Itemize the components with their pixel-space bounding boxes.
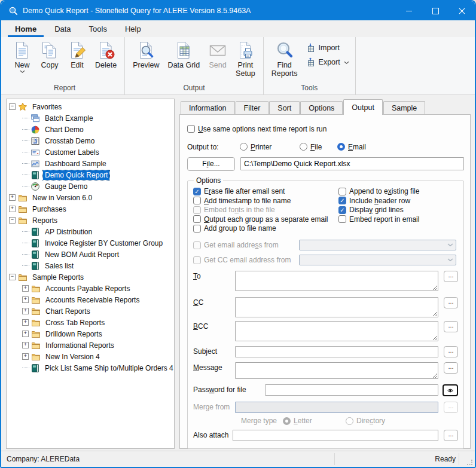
- tree-item-favorites[interactable]: −Favorites: [7, 101, 174, 112]
- radio-email[interactable]: Email: [337, 143, 366, 151]
- tree-item-sales-list[interactable]: Sales list: [7, 260, 174, 271]
- tree-item-crosstab-demo[interactable]: Crosstab Demo: [7, 135, 174, 146]
- new-button[interactable]: New: [8, 38, 36, 74]
- find-reports-button[interactable]: Find Reports: [267, 38, 302, 79]
- checkbox-display-grid-lines[interactable]: Display grid lines: [338, 206, 458, 215]
- to-input[interactable]: [235, 271, 438, 291]
- file-path-input[interactable]: [240, 157, 464, 170]
- checkbox-add-group-to-file-name[interactable]: Add group to file name: [193, 224, 338, 234]
- tree-item-accounts-payable-reports[interactable]: +Accounts Payable Reports: [7, 283, 174, 294]
- tree-item-reports[interactable]: −Reports: [7, 215, 174, 226]
- collapse-icon[interactable]: −: [9, 103, 16, 110]
- radio-printer[interactable]: Printer: [240, 143, 300, 151]
- expand-icon[interactable]: +: [22, 285, 29, 292]
- also-attach-input[interactable]: [233, 430, 438, 441]
- tree-item-new-in-version-6-0[interactable]: +New in Version 6.0: [7, 192, 174, 203]
- menu-tools[interactable]: Tools: [80, 22, 116, 37]
- expand-icon[interactable]: +: [22, 342, 29, 348]
- preview-button[interactable]: Preview: [129, 38, 163, 70]
- checkbox-get-email-address-from[interactable]: Get email address from: [193, 240, 279, 250]
- expand-icon[interactable]: +: [9, 206, 16, 212]
- merge-from-browse-button[interactable]: ...: [444, 402, 458, 413]
- delete-button[interactable]: Delete: [91, 38, 121, 70]
- menu-data[interactable]: Data: [45, 22, 80, 37]
- tree-item-purchases[interactable]: +Purchases: [7, 203, 174, 215]
- subject-input[interactable]: [235, 346, 438, 357]
- tab-options[interactable]: Options: [300, 101, 343, 114]
- subject-browse-button[interactable]: ...: [444, 346, 458, 357]
- import-button[interactable]: Import: [306, 43, 349, 53]
- collapse-icon[interactable]: −: [9, 217, 16, 224]
- chevron-down-icon: [447, 258, 453, 262]
- tab-output[interactable]: Output: [343, 99, 383, 115]
- checkbox-include-header-row[interactable]: Include header row: [338, 196, 458, 206]
- tree-item-sample-reports[interactable]: −Sample Reports: [7, 271, 174, 283]
- resize-grip-icon[interactable]: [467, 460, 473, 466]
- expand-icon[interactable]: +: [22, 331, 29, 337]
- tab-filter[interactable]: Filter: [236, 101, 269, 114]
- copy-button[interactable]: Copy: [36, 38, 63, 70]
- send-button[interactable]: Send: [204, 38, 231, 70]
- edit-button[interactable]: Edit: [63, 38, 91, 70]
- tree-item-new-in-version-4[interactable]: +New In Version 4: [7, 351, 174, 362]
- radio-letter[interactable]: Letter: [283, 417, 346, 425]
- to-browse-button[interactable]: ...: [444, 271, 458, 282]
- checkbox-use-same-options[interactable]: Use same options next time report is run: [187, 124, 327, 134]
- checkbox-append-to-existing-file[interactable]: Append to existing file: [338, 187, 458, 197]
- show-password-button[interactable]: [443, 384, 458, 396]
- expand-icon[interactable]: +: [22, 308, 29, 314]
- tree-item-gauge-demo[interactable]: Gauge Demo: [7, 181, 174, 192]
- tree-item-new-bom-audit-report[interactable]: New BOM Audit Report: [7, 249, 174, 260]
- close-button[interactable]: [448, 1, 475, 20]
- get-email-address-dropdown[interactable]: [299, 240, 456, 250]
- tree-item-cross-tab-reports[interactable]: +Cross Tab Reports: [7, 317, 174, 328]
- tree-item-batch-example[interactable]: Batch Example: [7, 112, 174, 124]
- tree-item-chart-reports[interactable]: +Chart Reports: [7, 305, 174, 317]
- tree-item-demo-quick-report[interactable]: Demo Quick Report: [7, 169, 174, 181]
- message-browse-button[interactable]: ...: [444, 362, 458, 374]
- tab-sort[interactable]: Sort: [269, 101, 300, 114]
- cc-browse-button[interactable]: ...: [444, 297, 458, 308]
- print-setup-button[interactable]: Print Setup: [231, 38, 260, 79]
- get-cc-email-address-dropdown[interactable]: [299, 255, 456, 265]
- tree-item-dashboard-sample[interactable]: Dashboard Sample: [7, 158, 174, 169]
- checkbox-output-each-group-as-a-separate-email[interactable]: Output each group as a separate email: [193, 215, 338, 224]
- password-for-file-input[interactable]: [265, 384, 438, 396]
- also-attach-browse-button[interactable]: ...: [444, 430, 458, 441]
- cc-input[interactable]: [235, 297, 438, 317]
- tree-item-ap-distribution[interactable]: AP Distribution: [7, 226, 174, 237]
- file-button[interactable]: File...: [187, 157, 235, 171]
- bcc-input[interactable]: [235, 321, 438, 341]
- expand-icon[interactable]: +: [22, 353, 29, 360]
- bcc-browse-button[interactable]: ...: [444, 321, 458, 332]
- tree-item-label: Customer Labels: [43, 148, 101, 157]
- tree-item-pick-list-same-ship-to-multiple-orders-4[interactable]: Pick List Same Ship to/Multiple Orders 4: [7, 362, 174, 374]
- checkbox-embed-fonts-in-the-file[interactable]: Embed fonts in the file: [193, 206, 338, 215]
- expand-icon[interactable]: +: [9, 194, 16, 201]
- checkbox-get-cc-email-address-from[interactable]: Get CC email address from: [193, 255, 291, 265]
- tree-item-drilldown-reports[interactable]: +Drilldown Reports: [7, 328, 174, 339]
- radio-file[interactable]: File: [300, 143, 337, 151]
- tree-item-chart-demo[interactable]: Chart Demo: [7, 124, 174, 135]
- tree-item-accounts-receivable-reports[interactable]: +Accounts Receivable Reports: [7, 294, 174, 305]
- merge-from-input[interactable]: [235, 402, 438, 413]
- collapse-icon[interactable]: −: [9, 274, 16, 280]
- export-button[interactable]: Export: [306, 57, 349, 67]
- radio-directory[interactable]: Directory: [346, 417, 385, 425]
- checkbox-add-timestamp-to-file-name[interactable]: Add timestamp to file name: [193, 196, 338, 206]
- menu-home[interactable]: Home: [6, 22, 45, 37]
- expand-icon[interactable]: +: [22, 319, 29, 326]
- maximize-button[interactable]: [422, 1, 448, 20]
- data-grid-button[interactable]: Data Grid: [164, 38, 205, 70]
- message-input[interactable]: [235, 362, 438, 379]
- tree-item-informational-reports[interactable]: +Informational Reports: [7, 339, 174, 351]
- expand-icon[interactable]: +: [22, 296, 29, 303]
- menu-help[interactable]: Help: [116, 22, 150, 37]
- tree-item-invoice-register-by-customer-group[interactable]: Invoice Register BY Customer Group: [7, 237, 174, 249]
- tree-item-customer-labels[interactable]: Customer Labels: [7, 146, 174, 158]
- checkbox-erase-file-after-email-sent[interactable]: Erase file after email sent: [193, 187, 338, 197]
- tab-information[interactable]: Information: [181, 101, 235, 114]
- minimize-button[interactable]: [396, 1, 422, 20]
- tab-sample[interactable]: Sample: [383, 101, 425, 114]
- checkbox-embed-report-in-email[interactable]: Embed report in email: [338, 215, 458, 224]
